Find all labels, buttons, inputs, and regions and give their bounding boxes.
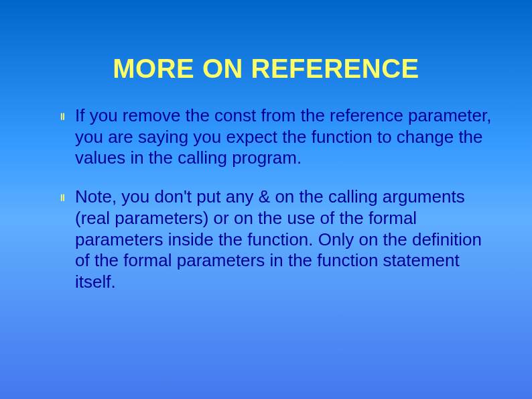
slide-title: MORE ON REFERENCE <box>40 0 492 105</box>
bullet-text: If you remove the const from the referen… <box>75 105 492 169</box>
bullet-icon: ❙❙ <box>59 105 75 127</box>
bullet-icon: ❙❙ <box>59 186 75 208</box>
list-item: ❙❙ If you remove the const from the refe… <box>59 105 492 169</box>
bullet-list: ❙❙ If you remove the const from the refe… <box>40 105 492 293</box>
bullet-text: Note, you don't put any & on the calling… <box>75 186 492 293</box>
slide: MORE ON REFERENCE ❙❙ If you remove the c… <box>0 0 532 399</box>
list-item: ❙❙ Note, you don't put any & on the call… <box>59 186 492 293</box>
